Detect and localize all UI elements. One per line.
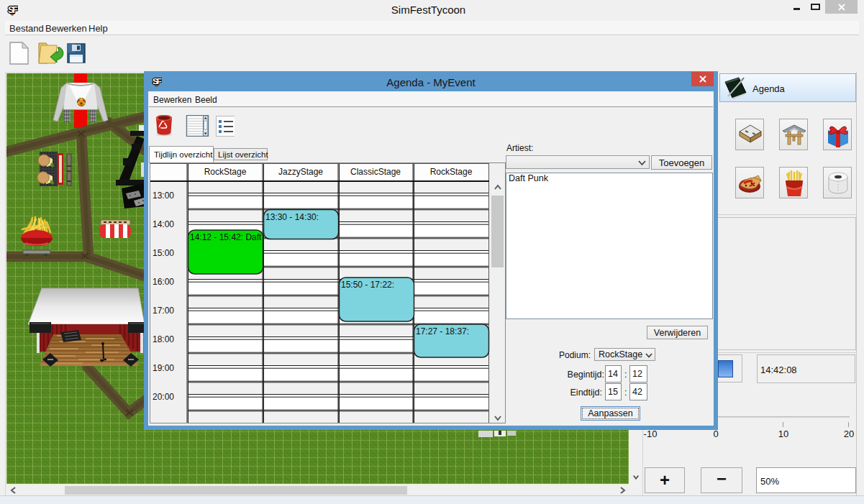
svg-text:RockStage: RockStage: [204, 167, 247, 177]
svg-text:19:00: 19:00: [153, 363, 174, 373]
svg-text:14:00: 14:00: [153, 219, 174, 229]
svg-text:13:00: 13:00: [153, 191, 174, 201]
svg-text:16:00: 16:00: [153, 277, 174, 287]
svg-text:ClassicStage: ClassicStage: [350, 167, 401, 177]
svg-text:JazzyStage: JazzyStage: [278, 167, 323, 177]
svg-text:17:00: 17:00: [153, 306, 174, 316]
svg-text:20:00: 20:00: [153, 392, 174, 402]
svg-text:18:00: 18:00: [153, 334, 174, 344]
svg-text:15:00: 15:00: [153, 248, 174, 258]
svg-text:13:30 - 14:30:: 13:30 - 14:30:: [265, 212, 319, 222]
svg-text:RockStage: RockStage: [430, 167, 473, 177]
svg-text:15:50 - 17:22:: 15:50 - 17:22:: [341, 280, 394, 290]
svg-text:17:27 - 18:37:: 17:27 - 18:37:: [416, 326, 469, 336]
svg-text:14:12 - 15:42: Daft Pu: 14:12 - 15:42: Daft Pu: [190, 232, 274, 242]
